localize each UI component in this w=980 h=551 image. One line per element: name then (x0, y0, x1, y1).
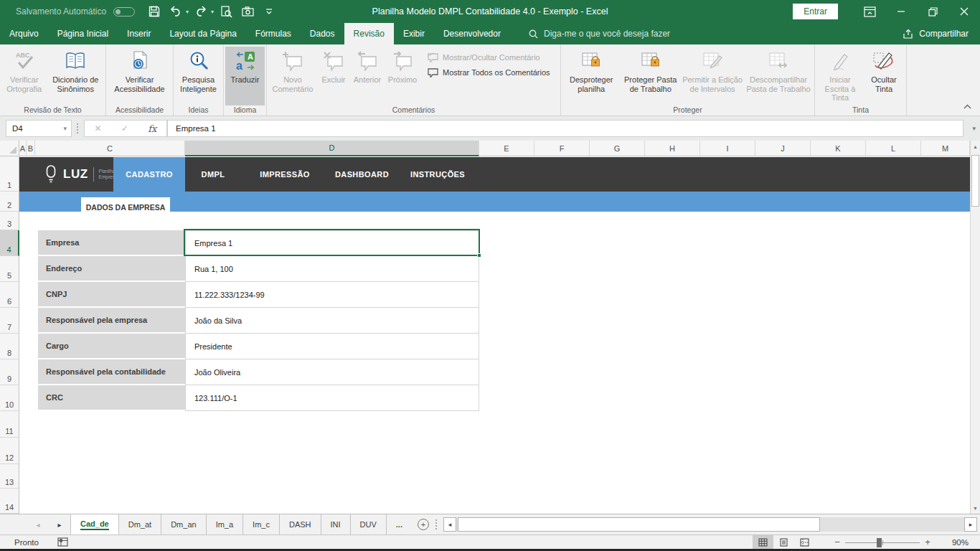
nav-item-dashboard[interactable]: DASHBOARD (324, 157, 400, 192)
hscroll-right-icon[interactable]: ▸ (964, 517, 977, 532)
tab-exibir[interactable]: Exibir (394, 23, 434, 44)
row-header-6[interactable]: 6 (0, 282, 19, 308)
row-header-2[interactable]: 2 (0, 192, 19, 212)
field-value-cell[interactable]: Empresa 1 (185, 230, 479, 256)
horizontal-scrollbar[interactable]: ◂ ▸ (443, 514, 977, 534)
horizontal-scroll-thumb[interactable] (458, 517, 820, 532)
col-header-f[interactable]: F (534, 141, 590, 156)
ribbon-display-options-icon[interactable] (854, 0, 885, 23)
hscroll-track[interactable] (456, 517, 964, 532)
vertical-scrollbar[interactable]: ▴ ▾ (970, 141, 980, 514)
check-accessibility-button[interactable]: Verificar Acessibilidade (108, 47, 171, 105)
field-value-cell[interactable]: 123.111/O-1 (185, 385, 479, 411)
row-header-12[interactable]: 12 (0, 438, 19, 464)
zoom-in-icon[interactable]: + (921, 537, 934, 547)
tell-me-search[interactable]: Diga-me o que você deseja fazer (529, 23, 670, 44)
row-header-11[interactable]: 11 (0, 411, 19, 438)
redo-caret-icon[interactable]: ▾ (211, 9, 214, 15)
field-value-cell[interactable]: Presidente (185, 333, 479, 359)
col-header-h[interactable]: H (645, 141, 700, 156)
sheet-tab-im-a[interactable]: Im_a (207, 514, 243, 534)
row-header-13[interactable]: 13 (0, 464, 19, 489)
new-sheet-icon[interactable]: + (418, 519, 429, 530)
print-preview-icon[interactable] (217, 3, 235, 20)
sheet-tab-im-c[interactable]: Im_c (243, 514, 280, 534)
col-header-l[interactable]: L (866, 141, 921, 156)
col-header-m[interactable]: M (921, 141, 970, 156)
tab-pagina-inicial[interactable]: Página Inicial (48, 23, 118, 44)
sheet-tab-dm-at[interactable]: Dm_at (119, 514, 161, 534)
camera-icon[interactable] (238, 3, 257, 20)
zoom-level[interactable]: 90% (941, 538, 969, 547)
zoom-slider-handle[interactable] (877, 538, 882, 547)
undo-icon[interactable] (166, 3, 185, 20)
nav-item-dmpl[interactable]: DMPL (188, 157, 238, 192)
col-header-a[interactable]: A (19, 141, 27, 156)
expand-formula-bar-icon[interactable]: ▾ (972, 125, 976, 132)
minimize-button[interactable] (885, 0, 917, 23)
sign-in-button[interactable]: Entrar (793, 4, 838, 19)
share-button[interactable]: Compartilhar (903, 23, 969, 44)
save-icon[interactable] (145, 3, 164, 20)
nav-item-cadastro[interactable]: CADASTRO (113, 157, 185, 192)
tab-dados[interactable]: Dados (301, 23, 344, 44)
col-header-e[interactable]: E (479, 141, 534, 156)
nav-item-impressao[interactable]: IMPRESSÃO (249, 157, 321, 192)
sheet-tab-ini[interactable]: INI (321, 514, 351, 534)
tab-inserir[interactable]: Inserir (118, 23, 160, 44)
row-header-8[interactable]: 8 (0, 334, 19, 359)
close-button[interactable] (948, 0, 980, 23)
show-all-comments-button[interactable]: Mostrar Todos os Comentários (426, 67, 550, 77)
row-header-9[interactable]: 9 (0, 359, 19, 385)
col-header-b[interactable]: B (27, 141, 35, 156)
col-header-i[interactable]: I (700, 141, 755, 156)
col-header-k[interactable]: K (811, 141, 866, 156)
tab-revisao[interactable]: Revisão (344, 23, 394, 44)
undo-caret-icon[interactable]: ▾ (186, 9, 189, 15)
redo-icon[interactable] (192, 3, 210, 20)
customize-qat-icon[interactable] (260, 3, 278, 20)
row-header-4[interactable]: 4 (0, 230, 19, 256)
field-value-cell[interactable]: João da Silva (185, 307, 479, 334)
page-break-preview-icon[interactable] (794, 535, 815, 550)
sheet-tab-overflow[interactable]: ... (387, 514, 412, 534)
col-header-c[interactable]: C (35, 141, 185, 156)
unprotect-sheet-button[interactable]: Desproteger planilha (562, 47, 621, 105)
restore-button[interactable] (917, 0, 948, 23)
field-value-cell[interactable]: 11.222.333/1234-99 (185, 281, 479, 308)
sheet-tab-dm-an[interactable]: Dm_an (161, 514, 206, 534)
col-header-j[interactable]: J (755, 141, 811, 156)
vertical-scroll-thumb[interactable] (971, 155, 979, 207)
collapse-ribbon-icon[interactable] (963, 100, 971, 113)
sheet-tab-duv[interactable]: DUV (351, 514, 387, 534)
thesaurus-button[interactable]: Dicionário de Sinônimos (47, 47, 104, 105)
page-layout-view-icon[interactable] (773, 535, 794, 550)
field-value-cell[interactable]: Rua 1, 100 (185, 255, 479, 282)
row-header-7[interactable]: 7 (0, 308, 19, 334)
field-value-cell[interactable]: João Oliveira (185, 359, 479, 385)
row-header-10[interactable]: 10 (0, 385, 19, 411)
row-header-14[interactable]: 14 (0, 489, 19, 514)
tab-layout-da-pagina[interactable]: Layout da Página (160, 23, 245, 44)
hscroll-left-icon[interactable]: ◂ (443, 517, 456, 532)
row-header-3[interactable]: 3 (0, 212, 19, 230)
col-header-d[interactable]: D (185, 141, 479, 156)
row-header-1[interactable]: 1 (0, 156, 19, 192)
row-header-5[interactable]: 5 (0, 256, 19, 282)
sheet-tab-cad-de[interactable]: Cad_de (70, 514, 119, 534)
sheet-tab-dash[interactable]: DASH (280, 514, 321, 534)
hide-ink-button[interactable]: Ocultar Tinta (864, 47, 904, 105)
formula-input[interactable]: Empresa 1 (167, 120, 963, 137)
select-all-corner[interactable] (0, 141, 19, 156)
autosave-toggle[interactable] (113, 7, 135, 17)
name-box-caret-icon[interactable]: ▾ (63, 125, 67, 132)
macro-record-icon[interactable] (57, 537, 68, 547)
scroll-down-icon[interactable]: ▾ (971, 502, 980, 514)
tab-desenvolvedor[interactable]: Desenvolvedor (434, 23, 510, 44)
col-header-g[interactable]: G (590, 141, 645, 156)
protect-workbook-button[interactable]: Proteger Pasta de Trabalho (621, 47, 681, 105)
smart-lookup-button[interactable]: Pesquisa Inteligente (175, 47, 222, 105)
next-sheet-icon[interactable]: ▸ (49, 514, 70, 534)
tab-arquivo[interactable]: Arquivo (0, 23, 48, 44)
normal-view-icon[interactable] (753, 535, 773, 550)
